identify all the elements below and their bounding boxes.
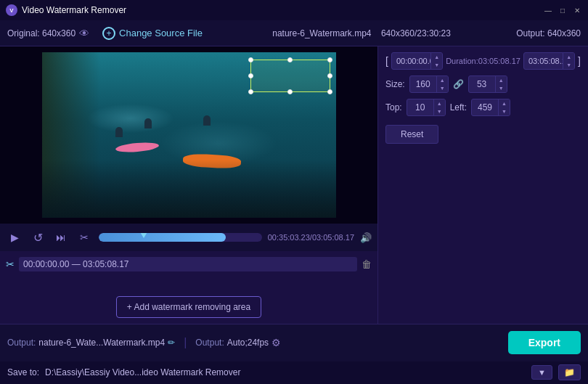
spacer — [6, 277, 372, 290]
left-down[interactable]: ▼ — [499, 107, 510, 115]
handle-top-mid[interactable] — [287, 57, 293, 62]
change-source-label: Change Source File — [119, 28, 203, 38]
top-value: 10 — [407, 100, 433, 115]
timeline[interactable] — [99, 233, 262, 242]
right-panel: [ 00:00:00.00 ▲ ▼ Duration:03:05:08.17 0… — [377, 46, 588, 324]
video-preview — [42, 52, 336, 218]
time-range-row: [ 00:00:00.00 ▲ ▼ Duration:03:05:08.17 0… — [385, 52, 581, 70]
repeat-button[interactable]: ↺ — [29, 229, 46, 246]
link-icon[interactable]: 🔗 — [453, 79, 464, 89]
size-label: Size: — [385, 79, 405, 89]
person-1 — [144, 118, 152, 128]
middle-area: ▶ ↺ ⏭ ✂ 00:35:03.23/03:05:08.17 🔊 ✂ 00:0… — [0, 46, 588, 324]
left-label: Left: — [450, 102, 467, 113]
left-up[interactable]: ▲ — [499, 99, 510, 107]
person-2 — [203, 115, 211, 126]
handle-mid-right[interactable] — [327, 73, 332, 78]
handle-bot-right[interactable] — [327, 89, 332, 94]
handle-top-right[interactable] — [327, 57, 332, 62]
clip-time-display: 00:00:00.00 — 03:05:08.17 — [19, 257, 357, 271]
reset-button[interactable]: Reset — [385, 125, 438, 144]
left-area: ▶ ↺ ⏭ ✂ 00:35:03.23/03:05:08.17 🔊 ✂ 00:0… — [0, 46, 377, 324]
bracket-close: ] — [578, 55, 581, 67]
main-content: ▶ ↺ ⏭ ✂ 00:35:03.23/03:05:08.17 🔊 ✂ 00:0… — [0, 46, 588, 384]
selection-box[interactable] — [250, 60, 330, 92]
top-input-group[interactable]: 10 ▲ ▼ — [407, 99, 446, 116]
minimize-button[interactable]: — — [543, 5, 553, 15]
start-time-up[interactable]: ▲ — [431, 53, 442, 61]
separator: | — [184, 336, 187, 349]
edit-filename-icon[interactable]: ✏ — [168, 338, 175, 348]
size-row: Size: 160 ▲ ▼ 🔗 53 ▲ ▼ — [385, 75, 581, 93]
end-time-down[interactable]: ▼ — [563, 61, 574, 69]
start-time-input-group[interactable]: 00:00:00.00 ▲ ▼ — [391, 52, 443, 70]
end-time-input-group[interactable]: 03:05:08.17 ▲ ▼ — [523, 52, 575, 70]
cut-button[interactable]: ✂ — [75, 229, 93, 246]
top-down[interactable]: ▼ — [434, 107, 445, 115]
top-up[interactable]: ▲ — [434, 99, 445, 107]
width-value: 160 — [410, 77, 436, 91]
height-down[interactable]: ▼ — [496, 84, 507, 92]
save-dropdown[interactable]: ▼ — [531, 365, 552, 380]
titlebar-controls[interactable]: — □ ✕ — [543, 5, 582, 15]
resolution-time: 640x360/23:30:23 — [381, 28, 451, 38]
output-settings-display: Output: Auto;24fps ⚙ — [195, 337, 281, 348]
dropdown-arrow: ▼ — [538, 368, 546, 377]
position-row: Top: 10 ▲ ▼ Left: 459 ▲ ▼ — [385, 99, 581, 116]
height-input-group[interactable]: 53 ▲ ▼ — [468, 75, 507, 93]
clip-end: 03:05:08.17 — [83, 259, 128, 269]
width-down[interactable]: ▼ — [437, 84, 448, 92]
restore-button[interactable]: □ — [558, 5, 568, 15]
step-forward-button[interactable]: ⏭ — [52, 229, 70, 246]
export-button[interactable]: Export — [508, 331, 581, 354]
controls-bar: ▶ ↺ ⏭ ✂ 00:35:03.23/03:05:08.17 🔊 — [0, 224, 377, 251]
left-spin[interactable]: ▲ ▼ — [498, 99, 510, 115]
width-up[interactable]: ▲ — [437, 76, 448, 84]
left-input-group[interactable]: 459 ▲ ▼ — [471, 99, 510, 116]
browse-folder-button[interactable]: 📁 — [558, 364, 581, 380]
handle-bot-left[interactable] — [248, 89, 253, 94]
add-watermark-area-button[interactable]: + Add watermark removing area — [116, 296, 261, 318]
filename-info: nature-6_Watermark.mp4 640x360/23:30:23 — [216, 28, 507, 38]
end-time-spin[interactable]: ▲ ▼ — [563, 53, 574, 69]
scissors-icon: ✂ — [6, 258, 15, 270]
add-file-icon: + — [102, 27, 115, 40]
close-button[interactable]: ✕ — [572, 5, 582, 15]
timeline-thumb[interactable] — [139, 233, 148, 238]
end-time-up[interactable]: ▲ — [563, 53, 574, 61]
output-prefix: Output: — [7, 338, 36, 348]
clip-start: 00:00:00.00 — [23, 259, 69, 269]
time-display: 00:35:03.23/03:05:08.17 — [268, 233, 354, 242]
settings-gear-icon[interactable]: ⚙ — [271, 337, 281, 348]
start-time-down[interactable]: ▼ — [431, 61, 442, 69]
volume-icon[interactable]: 🔊 — [360, 232, 372, 243]
change-source-button[interactable]: + Change Source File — [98, 25, 207, 42]
top-label: Top: — [385, 102, 402, 113]
output-settings-prefix: Output: — [195, 338, 224, 348]
output-file-display: Output: nature-6_Wate...Watermark.mp4 ✏ — [7, 338, 175, 348]
output-settings-value: Auto;24fps — [227, 338, 269, 348]
original-label: Original: 640x360 👁 — [7, 28, 89, 39]
person-3 — [115, 127, 123, 137]
height-spin[interactable]: ▲ ▼ — [495, 76, 507, 92]
left-value: 459 — [472, 100, 498, 115]
height-up[interactable]: ▲ — [496, 76, 507, 84]
timeline-fill — [99, 233, 226, 242]
filename: nature-6_Watermark.mp4 — [272, 28, 371, 38]
handle-mid-left[interactable] — [248, 73, 253, 78]
header-bar: Original: 640x360 👁 + Change Source File… — [0, 20, 588, 46]
start-time-spin[interactable]: ▲ ▼ — [430, 53, 442, 69]
width-input-group[interactable]: 160 ▲ ▼ — [409, 75, 449, 93]
eye-icon[interactable]: 👁 — [79, 28, 89, 39]
top-spin[interactable]: ▲ ▼ — [433, 99, 445, 115]
handle-top-left[interactable] — [248, 57, 253, 62]
handle-bot-mid[interactable] — [287, 89, 293, 94]
height-value: 53 — [469, 77, 495, 91]
width-spin[interactable]: ▲ ▼ — [436, 76, 448, 92]
play-button[interactable]: ▶ — [6, 229, 23, 246]
delete-clip-icon[interactable]: 🗑 — [362, 258, 372, 270]
bottom-bar: Output: nature-6_Wate...Watermark.mp4 ✏ … — [0, 324, 588, 361]
start-time-value: 00:00:00.00 — [392, 54, 430, 68]
output-label: Output: 640x360 — [516, 28, 581, 38]
water-bottom — [42, 160, 336, 218]
